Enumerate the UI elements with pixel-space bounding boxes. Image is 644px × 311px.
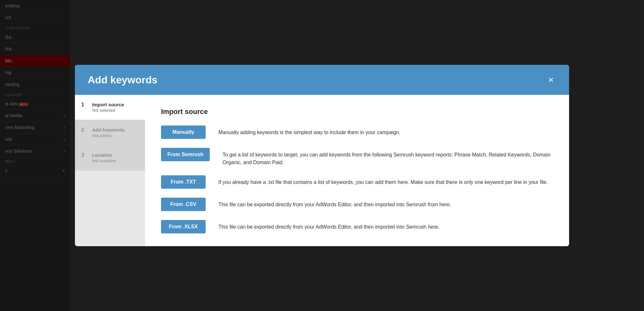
import-row-manually: Manually Manually adding keywords is the… — [161, 125, 553, 139]
modal-body: 1 Import source Not selected 2 Add keywo… — [75, 95, 569, 246]
add-keywords-modal: Add keywords × 1 Import source Not selec… — [75, 65, 569, 246]
step-3-title: Location — [92, 152, 116, 158]
import-semrush-button[interactable]: From Semrush — [161, 148, 210, 161]
import-csv-desc: This file can be exported directly from … — [218, 198, 451, 209]
modal-main-content: Import source Manually Manually adding k… — [145, 95, 569, 246]
import-semrush-desc: To get a list of keywords to target, you… — [223, 148, 553, 166]
step-3[interactable]: 3 Location Not available — [75, 145, 145, 171]
step-1-subtitle: Not selected — [92, 108, 124, 113]
step-1-title: Import source — [92, 102, 124, 107]
modal-title: Add keywords — [88, 74, 157, 86]
import-row-semrush: From Semrush To get a list of keywords t… — [161, 148, 553, 166]
import-txt-desc: If you already have a .txt file that con… — [218, 175, 548, 186]
import-row-csv: From .CSV This file can be exported dire… — [161, 198, 553, 211]
import-xlsx-desc: This file can be exported directly from … — [218, 220, 439, 231]
step-2-title: Add keywords — [92, 127, 125, 133]
import-manually-button[interactable]: Manually — [161, 125, 206, 139]
step-2-subtitle: Not added — [92, 133, 125, 138]
step-3-number: 3 — [81, 152, 88, 158]
import-row-xlsx: From .XLSX This file can be exported dir… — [161, 220, 553, 233]
step-1-number: 1 — [81, 102, 88, 108]
step-1[interactable]: 1 Import source Not selected — [75, 95, 145, 120]
steps-sidebar: 1 Import source Not selected 2 Add keywo… — [75, 95, 145, 246]
modal-close-button[interactable]: × — [545, 74, 556, 86]
import-options-list: Manually Manually adding keywords is the… — [161, 125, 553, 233]
import-xlsx-button[interactable]: From .XLSX — [161, 220, 206, 233]
step-2[interactable]: 2 Add keywords Not added — [75, 120, 145, 145]
import-txt-button[interactable]: From .TXT — [161, 175, 206, 189]
modal-header: Add keywords × — [75, 65, 569, 95]
import-manually-desc: Manually adding keywords is the simplest… — [218, 125, 400, 136]
step-3-subtitle: Not available — [92, 158, 116, 163]
import-source-title: Import source — [161, 108, 553, 116]
import-csv-button[interactable]: From .CSV — [161, 198, 206, 211]
import-row-txt: From .TXT If you already have a .txt fil… — [161, 175, 553, 189]
step-2-number: 2 — [81, 127, 88, 133]
